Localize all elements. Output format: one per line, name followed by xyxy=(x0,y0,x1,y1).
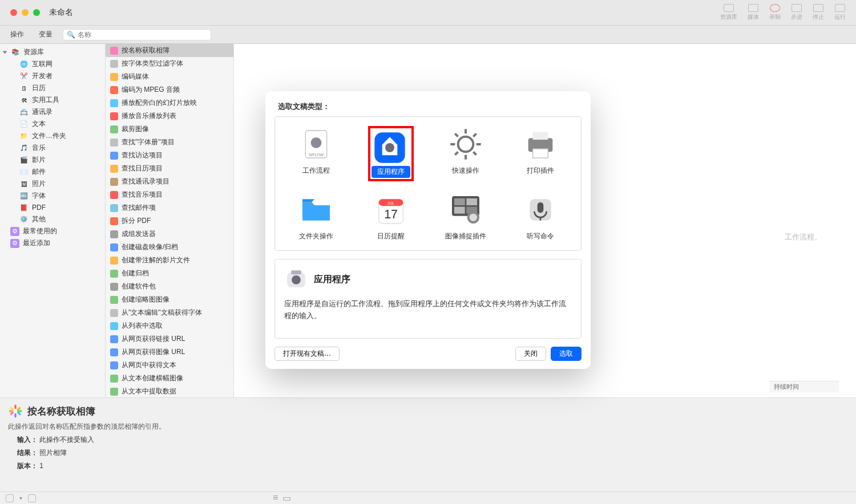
print-plugin-icon xyxy=(522,126,559,162)
svg-point-5 xyxy=(385,143,394,152)
svg-point-6 xyxy=(458,137,473,152)
svg-line-11 xyxy=(455,133,458,136)
type-description-body: 应用程序是自运行的工作流程。拖到应用程序上的任何文件或文件夹均将作为该工作流程的… xyxy=(284,298,572,322)
svg-rect-34 xyxy=(291,270,301,274)
type-grid-container: WFLOW工作流程应用程序快速操作打印插件文件夹操作JUL17日历提醒图像捕捉插… xyxy=(274,116,582,251)
svg-point-33 xyxy=(292,275,301,284)
doc-type-folder-action[interactable]: 文件夹操作 xyxy=(278,188,353,245)
type-description-title: 应用程序 xyxy=(314,274,350,286)
doc-type-label: 应用程序 xyxy=(372,166,410,178)
doc-type-workflow[interactable]: WFLOW工作流程 xyxy=(278,123,353,185)
svg-rect-16 xyxy=(532,132,548,140)
application-icon xyxy=(372,129,408,166)
quick-action-icon xyxy=(447,126,484,162)
close-button[interactable]: 关闭 xyxy=(515,347,546,361)
type-grid: WFLOW工作流程应用程序快速操作打印插件文件夹操作JUL17日历提醒图像捕捉插… xyxy=(278,123,578,245)
svg-line-13 xyxy=(473,133,476,136)
doc-type-quick-action[interactable]: 快速操作 xyxy=(428,123,503,185)
doc-type-label: 听写命令 xyxy=(527,231,554,241)
type-description-box: 应用程序 应用程序是自运行的工作流程。拖到应用程序上的任何文件或文件夹均将作为该… xyxy=(274,259,582,339)
doc-type-label: 快速操作 xyxy=(452,166,479,176)
svg-text:WFLOW: WFLOW xyxy=(309,153,324,157)
svg-text:JUL: JUL xyxy=(387,201,394,205)
image-capture-icon xyxy=(447,192,484,228)
modal-backdrop: 选取文稿类型： WFLOW工作流程应用程序快速操作打印插件文件夹操作JUL17日… xyxy=(0,0,856,504)
svg-rect-30 xyxy=(537,202,543,213)
folder-action-icon xyxy=(298,192,334,228)
svg-rect-17 xyxy=(532,149,548,158)
svg-rect-25 xyxy=(454,207,465,214)
automator-app-icon xyxy=(284,267,308,291)
open-existing-button[interactable]: 打开现有文稿… xyxy=(274,347,340,361)
svg-text:17: 17 xyxy=(384,208,398,221)
doc-type-label: 工作流程 xyxy=(302,166,330,176)
svg-rect-24 xyxy=(466,198,477,205)
doc-type-label: 文件夹操作 xyxy=(299,231,333,241)
document-type-dialog: 选取文稿类型： WFLOW工作流程应用程序快速操作打印插件文件夹操作JUL17日… xyxy=(265,91,591,369)
svg-point-28 xyxy=(469,214,477,221)
workflow-icon: WFLOW xyxy=(298,126,334,162)
svg-rect-23 xyxy=(454,198,465,205)
svg-line-14 xyxy=(455,152,458,155)
calendar-alarm-icon: JUL17 xyxy=(373,192,409,228)
choose-button[interactable]: 选取 xyxy=(551,347,582,361)
doc-type-application[interactable]: 应用程序 xyxy=(353,123,428,185)
doc-type-image-capture[interactable]: 图像捕捉插件 xyxy=(428,188,503,245)
doc-type-label: 打印插件 xyxy=(527,166,554,176)
svg-point-2 xyxy=(310,137,321,148)
doc-type-label: 图像捕捉插件 xyxy=(445,231,486,241)
doc-type-calendar-alarm[interactable]: JUL17日历提醒 xyxy=(353,188,428,245)
doc-type-print-plugin[interactable]: 打印插件 xyxy=(503,123,578,185)
doc-type-dictation[interactable]: 听写命令 xyxy=(503,188,578,245)
dictation-icon xyxy=(522,192,559,228)
svg-line-12 xyxy=(473,152,476,155)
dialog-title: 选取文稿类型： xyxy=(274,101,582,112)
doc-type-label: 日历提醒 xyxy=(377,231,405,241)
